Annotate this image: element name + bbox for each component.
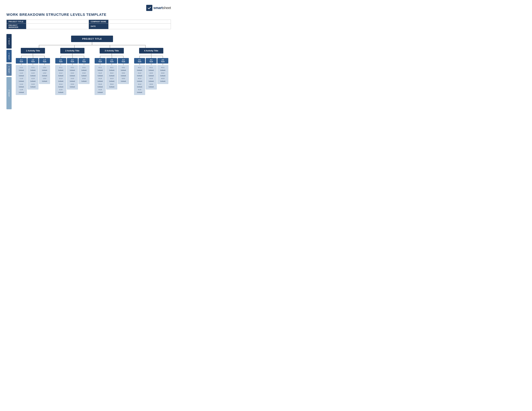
task-2-1-node: 2.1Task: [55, 58, 66, 64]
subtask-3-3-box: 3.3.1Subtask 3.3.2Subtask 3.3.3Subtask: [118, 65, 129, 84]
task-2-3-group: 2.3Task 2.3.1Subtask 2.3.2Subtask 2.3.3S…: [78, 58, 89, 95]
level-2-label: LEVEL 2: [6, 50, 12, 62]
task-4-2-group: 4.2Task 4.2.1Subtask 4.2.2Subtask 4.2.3S…: [146, 58, 157, 95]
subtask-3-2-box: 3.2.1Subtask 3.2.2Subtask 3.2.3Subtask 3…: [106, 65, 117, 89]
task-1-3-node: 1.3Task: [39, 58, 50, 64]
smartsheet-logo: smartsheet: [146, 5, 171, 11]
subtask-4-3-box: 4.3.1Subtask 4.3.2Subtask 4.3.3Subtask: [157, 65, 168, 84]
task-1-2-group: 1.2Task 1.2.1Subtask 1.2.2Subtask 1.2.3S…: [28, 58, 38, 95]
level-1-label: LEVEL 1: [6, 34, 12, 48]
logo-text: smartsheet: [153, 6, 171, 10]
project-title-value[interactable]: [26, 20, 89, 24]
activity-1-node: 1 Activity Title: [21, 48, 45, 54]
task-1-1-node: 1.1Task: [16, 58, 27, 64]
date-label: DATE: [89, 24, 108, 29]
project-title-node: PROJECT TITLE: [71, 36, 113, 42]
task-3-2-node: 3.2Task: [106, 58, 117, 64]
page-title: WORK BREAKDOWN STRUCTURE LEVELS TEMPLATE: [6, 13, 171, 17]
task-4-1-node: 4.1Task: [134, 58, 145, 64]
subtask-1-2-box: 1.2.1Subtask 1.2.2Subtask 1.2.3Subtask 1…: [28, 65, 38, 89]
level-4-label: LEVEL 4: [6, 77, 12, 109]
activity-3-node: 3 Activity Title: [100, 48, 124, 54]
task-4-3-group: 4.3Task 4.3.1Subtask 4.3.2Subtask 4.3.3S…: [157, 58, 168, 95]
activity-4-group: 4 Activity Title 4.1Task: [132, 48, 171, 95]
task-2-1-group: 2.1Task 2.1.1Subtask 2.1.2Subtask 2.1.3S…: [55, 58, 66, 95]
task-3-3-group: 3.3Task 3.3.1Subtask 3.3.2Subtask 3.3.3S…: [118, 58, 129, 95]
subtask-2-1-box: 2.1.1Subtask 2.1.2Subtask 2.1.3Subtask 2…: [55, 65, 66, 95]
activity-1-group: 1 Activity Title 1.1: [13, 48, 53, 95]
level-labels: LEVEL 1 LEVEL 2 LEVEL 3 LEVEL 4: [6, 34, 12, 109]
task-1-1-group: 1.1Task 1.1.1Subtask 1.1.2Subtask 1.1.3S…: [16, 58, 27, 95]
task-3-1-group: 3.1Task 3.1.1Subtask 3.1.2Subtask 3.1.3S…: [95, 58, 105, 95]
wbs-chart: LEVEL 1 LEVEL 2 LEVEL 3 LEVEL 4 PROJECT …: [6, 34, 171, 109]
task-2-2-node: 2.2Task: [67, 58, 78, 64]
task-1-2-node: 1.2Task: [28, 58, 38, 64]
task-2-3-node: 2.3Task: [78, 58, 89, 64]
activity-3-group: 3 Activity Title 3.1Task: [92, 48, 132, 95]
project-title-label: PROJECT TITLE: [7, 20, 26, 24]
logo-area: smartsheet: [6, 5, 171, 11]
task-1-3-group: 1.3Task 1.3.1Subtask 1.3.2Subtask 1.3.3S…: [39, 58, 50, 95]
activity-2-group: 2 Activity Title 2.1Task: [53, 48, 92, 95]
task-4-2-node: 4.2Task: [146, 58, 157, 64]
subtask-3-1-box: 3.1.1Subtask 3.1.2Subtask 3.1.3Subtask 3…: [95, 65, 105, 95]
activity-2-node: 2 Activity Title: [60, 48, 85, 54]
task-3-1-node: 3.1Task: [95, 58, 105, 64]
subtask-4-2-box: 4.2.1Subtask 4.2.2Subtask 4.2.3Subtask 4…: [146, 65, 157, 89]
task-3-2-group: 3.2Task 3.2.1Subtask 3.2.2Subtask 3.2.3S…: [106, 58, 117, 95]
task-3-3-node: 3.3Task: [118, 58, 129, 64]
info-table: PROJECT TITLE COMPANY NAME PROJECT MANAG…: [6, 20, 171, 29]
subtask-1-1-box: 1.1.1Subtask 1.1.2Subtask 1.1.3Subtask 1…: [16, 65, 27, 95]
company-name-value[interactable]: [108, 20, 171, 24]
subtask-2-3-box: 2.3.1Subtask 2.3.2Subtask 2.3.3Subtask: [78, 65, 89, 84]
main-chart: PROJECT TITLE 1 Activity Title: [13, 34, 171, 109]
level-3-label: LEVEL 3: [6, 64, 12, 76]
project-manager-value[interactable]: [26, 24, 89, 29]
task-4-1-group: 4.1Task 4.1.1Subtask 4.1.2Subtask 4.1.3S…: [134, 58, 145, 95]
subtask-4-1-box: 4.1.1Subtask 4.1.2Subtask 4.1.3Subtask 4…: [134, 65, 145, 95]
logo-icon: [146, 5, 152, 11]
subtask-1-3-box: 1.3.1Subtask 1.3.2Subtask 1.3.3Subtask: [39, 65, 50, 84]
task-2-2-group: 2.2Task 2.2.1Subtask 2.2.2Subtask 2.2.3S…: [67, 58, 78, 95]
task-4-3-node: 4.3Task: [157, 58, 168, 64]
activity-4-node: 4 Activity Title: [139, 48, 163, 54]
project-manager-label: PROJECT MANAGER: [7, 24, 26, 29]
company-name-label: COMPANY NAME: [89, 20, 108, 24]
date-value[interactable]: [108, 24, 171, 29]
subtask-2-2-box: 2.2.1Subtask 2.2.2Subtask 2.2.3Subtask 2…: [67, 65, 78, 89]
